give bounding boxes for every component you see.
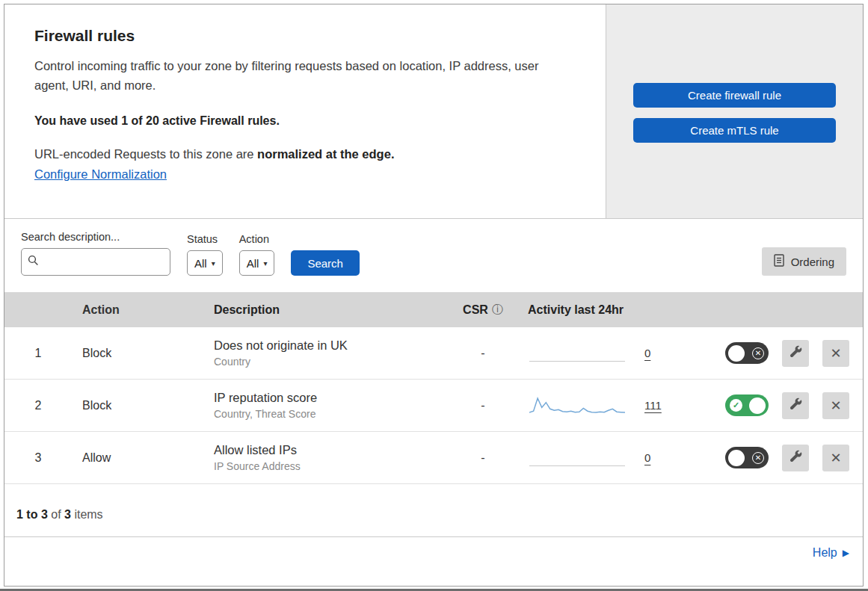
status-dropdown[interactable]: All ▾ — [187, 250, 223, 276]
rule-description: Does not originate in UK — [214, 338, 446, 353]
table-row: 1 Block Does not originate in UK Country… — [4, 327, 863, 380]
pagination-summary: 1 to 3 of 3 items — [4, 484, 863, 537]
rule-fields: IP Source Address — [214, 460, 446, 472]
ordering-button-label: Ordering — [791, 256, 834, 268]
usage-summary: You have used 1 of 20 active Firewall ru… — [34, 114, 576, 128]
filter-bar: Search description... Status All ▾ Actio… — [4, 219, 863, 292]
toggle-on-icon: ✓ — [730, 399, 742, 412]
toggle-knob — [749, 397, 766, 414]
wrench-icon — [789, 345, 802, 362]
edit-rule-button[interactable] — [782, 445, 809, 471]
normalization-note-bold: normalized at the edge. — [257, 147, 394, 161]
activity-column-header: Activity last 24hr — [520, 303, 696, 317]
action-dropdown-value: All — [247, 257, 259, 270]
csr-column-header: CSR ⓘ — [446, 303, 520, 317]
table-header: Action Description CSR ⓘ Activity last 2… — [4, 292, 863, 327]
create-firewall-rule-button[interactable]: Create firewall rule — [633, 83, 836, 108]
enable-toggle[interactable]: ✓ — [725, 394, 769, 416]
normalization-note: URL-encoded Requests to this zone are no… — [34, 147, 576, 161]
chevron-down-icon: ▾ — [212, 259, 215, 267]
activity-sparkline-empty — [529, 447, 625, 469]
activity-sparkline-empty — [529, 342, 625, 365]
firewall-rules-panel: Firewall rules Control incoming traffic … — [4, 4, 864, 587]
header-section: Firewall rules Control incoming traffic … — [4, 4, 863, 219]
rule-csr-value: - — [446, 347, 520, 360]
csr-column-label: CSR — [463, 303, 488, 317]
rule-priority: 2 — [4, 399, 72, 412]
activity-sparkline — [529, 394, 625, 417]
info-icon[interactable]: ⓘ — [492, 303, 503, 317]
delete-rule-button[interactable]: ✕ — [822, 392, 849, 419]
help-link[interactable]: Help ▶ — [813, 546, 849, 560]
intro-block: Firewall rules Control incoming traffic … — [4, 4, 606, 218]
rule-action: Block — [72, 399, 206, 412]
search-icon — [28, 255, 39, 269]
pagination-of: of — [48, 508, 64, 521]
wrench-icon — [789, 397, 802, 414]
wrench-icon — [789, 450, 802, 466]
pagination-range: 1 to 3 — [16, 508, 48, 521]
table-row: 2 Block IP reputation score Country, Thr… — [4, 380, 863, 432]
rule-fields: Country — [214, 356, 446, 368]
rule-csr-value: - — [446, 451, 520, 465]
activity-count-link[interactable]: 111 — [644, 399, 662, 412]
page-description: Control incoming traffic to your zone by… — [34, 57, 576, 95]
rule-action: Allow — [72, 451, 206, 465]
table-row: 3 Allow Allow listed IPs IP Source Addre… — [4, 432, 863, 484]
close-icon: ✕ — [830, 450, 841, 466]
page-title: Firewall rules — [34, 27, 576, 45]
close-icon: ✕ — [830, 345, 841, 362]
activity-count-link[interactable]: 0 — [644, 451, 650, 464]
list-document-icon — [774, 254, 784, 269]
action-label: Action — [239, 233, 275, 245]
search-button[interactable]: Search — [291, 250, 360, 276]
chevron-down-icon: ▾ — [263, 259, 267, 267]
delete-rule-button[interactable]: ✕ — [822, 340, 849, 367]
toggle-knob — [728, 450, 745, 466]
help-link-label: Help — [813, 546, 837, 560]
rule-description: IP reputation score — [214, 391, 446, 405]
status-label: Status — [187, 233, 223, 245]
delete-rule-button[interactable]: ✕ — [822, 445, 849, 471]
pagination-items: items — [71, 508, 103, 521]
arrow-right-icon: ▶ — [843, 548, 849, 558]
rule-priority: 1 — [4, 347, 72, 360]
toggle-knob — [728, 345, 745, 362]
actions-panel: Create firewall rule Create mTLS rule — [606, 4, 863, 218]
rule-description: Allow listed IPs — [214, 443, 446, 457]
edit-rule-button[interactable] — [782, 340, 809, 367]
action-column-header: Action — [72, 303, 206, 317]
edit-rule-button[interactable] — [782, 392, 809, 419]
toggle-off-icon: ✕ — [752, 452, 764, 464]
rule-action: Block — [72, 347, 206, 360]
pagination-total: 3 — [64, 508, 71, 521]
activity-count-link[interactable]: 0 — [644, 347, 650, 359]
help-row: Help ▶ — [4, 537, 863, 569]
configure-normalization-link[interactable]: Configure Normalization — [34, 167, 167, 182]
search-description-input[interactable] — [43, 256, 192, 268]
search-description-label: Search description... — [21, 231, 170, 243]
enable-toggle[interactable]: ✕ — [725, 447, 769, 468]
normalization-note-text: URL-encoded Requests to this zone are — [34, 147, 257, 161]
create-mtls-rule-button[interactable]: Create mTLS rule — [633, 118, 836, 143]
status-dropdown-value: All — [194, 257, 207, 270]
enable-toggle[interactable]: ✕ — [725, 342, 769, 364]
rule-fields: Country, Threat Score — [214, 408, 446, 420]
search-description-field[interactable] — [21, 248, 170, 276]
rule-csr-value: - — [446, 399, 520, 412]
ordering-button[interactable]: Ordering — [762, 247, 846, 276]
action-dropdown[interactable]: All ▾ — [239, 250, 275, 276]
close-icon: ✕ — [830, 397, 841, 414]
toggle-off-icon: ✕ — [752, 347, 764, 359]
rule-priority: 3 — [4, 451, 72, 465]
description-column-header: Description — [206, 303, 446, 317]
